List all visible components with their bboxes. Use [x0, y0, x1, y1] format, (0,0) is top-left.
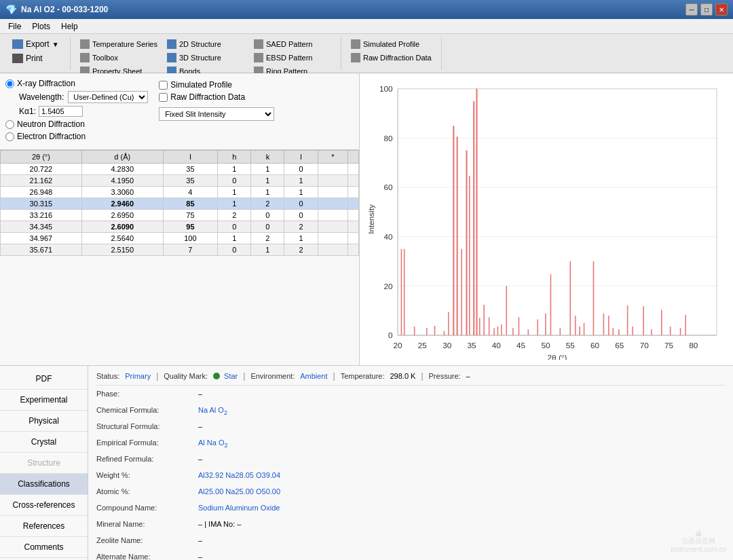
kalpha-label: Kα1:: [19, 107, 36, 116]
title-bar: 💎 Na Al O2 - 00-033-1200 ─ □ ✕: [0, 0, 733, 19]
cell-3: 1: [218, 198, 251, 210]
refined-formula-value: –: [198, 455, 202, 463]
neutron-radio[interactable]: [5, 120, 14, 129]
cell-5: 2: [284, 221, 318, 233]
cell-3: 0: [218, 244, 251, 256]
cell-5: 1: [284, 187, 318, 198]
table-row[interactable]: 20.7224.283035110: [1, 164, 359, 175]
svg-text:Intensity: Intensity: [366, 204, 375, 234]
nav-experimental[interactable]: Experimental: [0, 390, 88, 411]
quality-mark-value: Star: [224, 372, 238, 380]
close-button[interactable]: ✕: [715, 3, 728, 16]
toolbox-button[interactable]: Toolbox: [76, 52, 162, 64]
intensity-select[interactable]: Fixed Slit Intensity: [159, 107, 274, 121]
weight-percent-label: Weight %:: [96, 471, 198, 479]
nav-physical[interactable]: Physical: [0, 411, 88, 432]
cell-2: 100: [163, 233, 218, 244]
chemical-formula-label: Chemical Formula:: [96, 406, 198, 414]
table-row[interactable]: 33.2162.695075200: [1, 210, 359, 221]
raw-diffraction-button[interactable]: Raw Diffraction Data: [347, 52, 436, 64]
refined-formula-label: Refined Formula:: [96, 455, 198, 463]
structural-formula-value: –: [198, 422, 202, 430]
saed-pattern-button[interactable]: SAED Pattern: [250, 38, 335, 50]
menu-file[interactable]: File: [3, 20, 26, 33]
cell-0: 21.162: [1, 175, 82, 187]
col-scroll: [348, 151, 359, 164]
simulated-profile-button[interactable]: Simulated Profile: [347, 38, 436, 50]
cell-6: [318, 244, 347, 256]
minimize-button[interactable]: ─: [685, 3, 698, 16]
intensity-dropdown-row: Fixed Slit Intensity: [159, 107, 274, 121]
xray-label: X-ray Diffraction: [17, 79, 75, 88]
svg-text:20: 20: [384, 282, 394, 291]
diffraction-left: X-ray Diffraction Wavelength: User-Defin…: [5, 79, 148, 144]
data-table-container: 2θ (°) d (Å) I h k l * 20.7224.283035110…: [0, 150, 359, 365]
raw-diffraction-checkbox[interactable]: [159, 93, 168, 102]
compound-name-value: Sodium Aluminum Oxide: [198, 504, 280, 512]
menu-plots[interactable]: Plots: [26, 20, 56, 33]
zeolite-name-row: Zeolite Name: –: [96, 536, 725, 550]
xray-radio[interactable]: [5, 79, 14, 88]
nav-pdf[interactable]: PDF: [0, 369, 88, 390]
cell-1: 4.2830: [81, 164, 163, 175]
svg-text:75: 75: [664, 341, 674, 350]
maximize-button[interactable]: □: [700, 3, 713, 16]
cell-2: 95: [163, 221, 218, 233]
cell-2: 85: [163, 198, 218, 210]
table-row[interactable]: 26.9483.30604111: [1, 187, 359, 198]
temperature-series-button[interactable]: Temperature Series: [76, 38, 162, 50]
weight-percent-row: Weight %: Al32.92 Na28.05 O39.04: [96, 471, 725, 485]
3d-structure-button[interactable]: 3D Structure: [163, 52, 248, 64]
atomic-percent-value: Al25.00 Na25.00 O50.00: [198, 487, 280, 496]
svg-text:55: 55: [566, 341, 576, 350]
cell-1: 2.5640: [81, 233, 163, 244]
pressure-value: –: [466, 372, 470, 380]
kalpha-row: Kα1:: [19, 106, 148, 117]
table-row[interactable]: 34.9672.5640100121: [1, 233, 359, 244]
nav-references[interactable]: References: [0, 516, 88, 537]
print-button[interactable]: Print: [8, 52, 64, 64]
nav-cross-references[interactable]: Cross-references: [0, 495, 88, 516]
cell-0: 34.967: [1, 233, 82, 244]
svg-text:40: 40: [492, 341, 502, 350]
svg-text:60: 60: [384, 183, 394, 191]
table-row[interactable]: 30.3152.946085120: [1, 198, 359, 210]
table-row[interactable]: 21.1624.195035011: [1, 175, 359, 187]
menu-help[interactable]: Help: [56, 20, 83, 33]
nav-crystal[interactable]: Crystal: [0, 432, 88, 453]
mineral-name-value: – | IMA No: –: [198, 520, 241, 528]
simulated-profile-checkbox[interactable]: [159, 81, 168, 90]
2d-structure-button[interactable]: 2D Structure: [163, 38, 248, 50]
chemical-formula-row: Chemical Formula: Na Al O2: [96, 406, 725, 419]
electron-radio[interactable]: [5, 132, 14, 141]
cell-scroll: [348, 198, 359, 210]
environment-value: Ambient: [300, 372, 327, 380]
cell-1: 2.6090: [81, 221, 163, 233]
toolbox-icon: [80, 53, 90, 62]
wavelength-row: Wavelength: User-Defined (Cu): [19, 91, 148, 103]
cell-3: 1: [218, 187, 251, 198]
export-button[interactable]: Export ▼: [8, 38, 64, 50]
cell-scroll: [348, 210, 359, 221]
menu-bar: File Plots Help: [0, 19, 733, 34]
svg-text:35: 35: [467, 341, 476, 350]
svg-text:80: 80: [384, 134, 394, 143]
kalpha-input[interactable]: [39, 106, 83, 117]
cell-3: 0: [218, 175, 251, 187]
cell-5: 2: [284, 244, 318, 256]
cell-4: 1: [251, 164, 284, 175]
toolbar-section-2: Simulated Profile Raw Diffraction Data: [341, 37, 442, 70]
table-row[interactable]: 35.6712.51507012: [1, 244, 359, 256]
nav-classifications[interactable]: Classifications: [0, 474, 88, 495]
wavelength-select[interactable]: User-Defined (Cu): [68, 91, 148, 103]
temperature-label: Temperature:: [341, 372, 385, 380]
cell-1: 2.5150: [81, 244, 163, 256]
svg-text:25: 25: [418, 341, 428, 350]
cell-scroll: [348, 221, 359, 233]
ebsd-pattern-button[interactable]: EBSD Pattern: [250, 52, 335, 64]
table-row[interactable]: 34.3452.609095002: [1, 221, 359, 233]
xray-option: X-ray Diffraction: [5, 79, 148, 88]
nav-comments[interactable]: Comments: [0, 537, 88, 558]
cell-4: 2: [251, 233, 284, 244]
cell-4: 1: [251, 244, 284, 256]
